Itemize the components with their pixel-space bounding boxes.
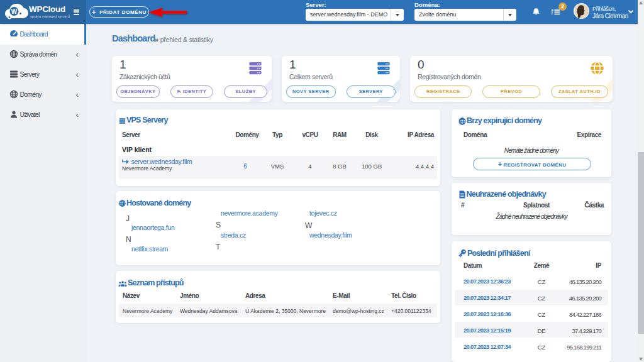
svg-text:W: W <box>11 8 18 15</box>
